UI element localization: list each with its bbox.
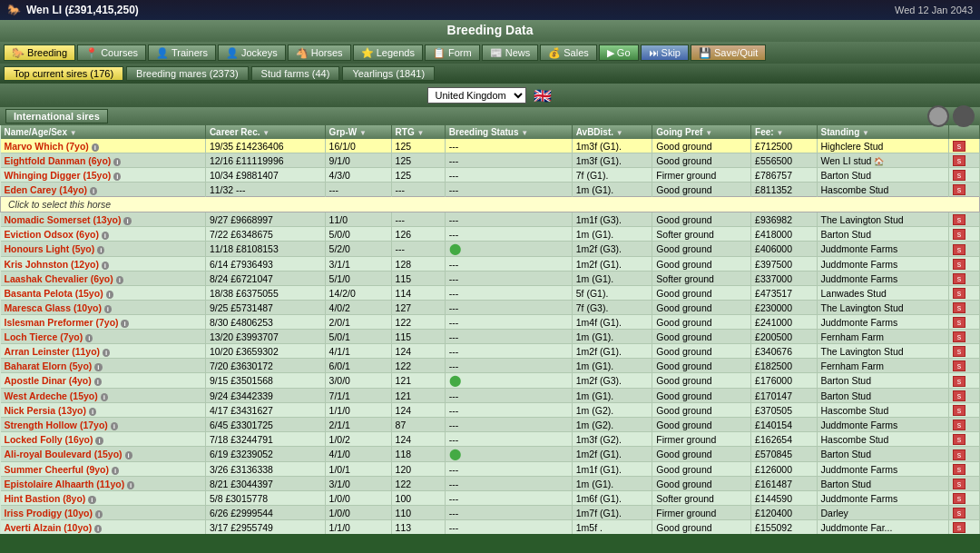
table-row[interactable]: Nick Persia (13yo) i4/17 £34316271/1/012… <box>1 403 980 418</box>
action-cell[interactable]: s <box>948 212 979 227</box>
table-row[interactable]: Basanta Pelota (15yo) i18/38 £637505514/… <box>1 286 980 301</box>
table-row[interactable]: Laashak Chevalier (6yo) i8/24 £67210475/… <box>1 272 980 286</box>
nav-form[interactable]: 📋 Form <box>425 44 480 61</box>
select-button[interactable]: s <box>953 390 966 401</box>
nav-jockeys[interactable]: 👤 Jockeys <box>218 44 286 61</box>
table-row[interactable]: Averti Alzain (10yo) i3/17 £29557491/1/0… <box>1 520 980 535</box>
info-icon[interactable]: i <box>102 262 109 270</box>
action-cell[interactable]: s <box>948 389 979 403</box>
nav-legends[interactable]: ⭐ Legends <box>353 44 423 61</box>
info-icon[interactable]: i <box>95 510 103 518</box>
table-row[interactable]: Islesman Preformer (7yo) i8/30 £48062532… <box>1 315 980 330</box>
info-icon[interactable]: i <box>103 349 110 357</box>
select-button[interactable]: s <box>953 405 966 416</box>
action-cell[interactable]: s <box>948 344 979 359</box>
col-name[interactable]: Name/Age/Sex ▼ <box>1 125 206 139</box>
select-button[interactable]: s <box>953 259 966 270</box>
info-icon[interactable]: i <box>123 217 131 225</box>
horse-name-cell[interactable]: Strength Hollow (17yo) i <box>1 418 206 432</box>
horse-name-cell[interactable]: Kris Johnston (12yo) i <box>1 257 206 272</box>
horse-name-cell[interactable]: Hint Bastion (8yo) i <box>1 491 206 506</box>
action-cell[interactable]: s <box>948 359 979 373</box>
horse-name-cell[interactable]: Whinging Digger (15yo) i <box>1 168 206 183</box>
action-cell[interactable]: s <box>948 462 979 477</box>
table-row[interactable]: Eden Carey (14yo) i11/32 ------------1m … <box>1 183 980 197</box>
info-icon[interactable]: i <box>94 525 102 533</box>
select-button[interactable]: s <box>953 288 966 299</box>
table-row[interactable]: Summer Cheerful (9yo) i3/26 £31363381/0/… <box>1 462 980 477</box>
international-sires-btn[interactable]: International sires <box>5 109 108 123</box>
table-row[interactable]: West Ardeche (15yo) i9/24 £34423397/1/11… <box>1 389 980 403</box>
table-row[interactable]: Marvo Which (7yo) i19/35 £1423640616/1/0… <box>1 139 980 153</box>
horse-name-cell[interactable]: Nomadic Somerset (13yo) i <box>1 212 206 227</box>
info-icon[interactable]: i <box>97 246 104 254</box>
action-cell[interactable]: s <box>948 520 979 535</box>
info-icon[interactable]: i <box>90 187 97 195</box>
table-row[interactable]: Eviction Odsox (6yo) i7/22 £63486755/0/0… <box>1 227 980 242</box>
horse-name-cell[interactable]: Maresca Glass (10yo) i <box>1 301 206 315</box>
horse-name-cell[interactable]: Eviction Odsox (6yo) i <box>1 227 206 242</box>
action-cell[interactable]: s <box>948 286 979 301</box>
horse-name-cell[interactable]: Nick Persia (13yo) i <box>1 403 206 418</box>
horse-name-cell[interactable]: Basanta Pelota (15yo) i <box>1 286 206 301</box>
horse-name-cell[interactable]: Arran Leinster (11yo) i <box>1 344 206 359</box>
info-icon[interactable]: i <box>104 305 112 313</box>
col-career[interactable]: Career Rec. ▼ <box>205 125 325 139</box>
info-icon[interactable]: i <box>92 143 99 152</box>
horse-name-cell[interactable]: Baharat Elorn (5yo) i <box>1 359 206 373</box>
col-standing[interactable]: Standing ▼ <box>817 125 948 139</box>
info-icon[interactable]: i <box>113 173 121 181</box>
select-button[interactable]: s <box>953 317 966 328</box>
info-icon[interactable]: i <box>127 481 134 489</box>
action-cell[interactable]: s <box>948 373 979 389</box>
select-button[interactable]: s <box>953 522 966 533</box>
table-row[interactable]: Ali-royal Boulevard (15yo) i6/19 £323905… <box>1 447 980 462</box>
select-button[interactable]: s <box>953 346 966 357</box>
action-cell[interactable]: s <box>948 403 979 418</box>
action-cell[interactable]: s <box>948 257 979 272</box>
table-row[interactable]: Maresca Glass (10yo) i9/25 £57314874/0/2… <box>1 301 980 315</box>
horse-name-cell[interactable]: Marvo Which (7yo) i <box>1 139 206 153</box>
info-icon[interactable]: i <box>85 334 93 342</box>
col-status[interactable]: Breeding Status ▼ <box>445 125 572 139</box>
action-cell[interactable]: s <box>948 418 979 432</box>
select-button[interactable]: s <box>953 420 966 430</box>
tab-yearlings[interactable]: Yearlings (1841) <box>342 66 435 81</box>
select-button[interactable]: s <box>953 214 966 225</box>
select-button[interactable]: s <box>953 302 966 313</box>
horse-name-cell[interactable]: Locked Folly (16yo) i <box>1 432 206 447</box>
select-button[interactable]: s <box>953 141 966 152</box>
info-icon[interactable]: i <box>116 276 123 284</box>
region-select[interactable]: United Kingdom Ireland France <box>427 87 526 104</box>
info-icon[interactable]: i <box>101 393 108 401</box>
table-row[interactable]: Eightfold Danman (6yo) i12/16 £111199969… <box>1 153 980 168</box>
action-cell[interactable]: s <box>948 183 979 197</box>
select-button[interactable]: s <box>953 464 966 475</box>
nav-horses[interactable]: 🐴 Horses <box>288 44 351 61</box>
action-cell[interactable]: s <box>948 477 979 491</box>
info-icon[interactable]: i <box>125 451 132 459</box>
info-icon[interactable]: i <box>112 467 119 475</box>
action-cell[interactable]: s <box>948 330 979 344</box>
nav-breeding[interactable]: 🐎 Breeding <box>4 44 75 61</box>
action-cell[interactable]: s <box>948 227 979 242</box>
select-button[interactable]: s <box>953 376 966 387</box>
horse-name-cell[interactable]: Apostle Dinar (4yo) i <box>1 373 206 389</box>
select-button[interactable]: s <box>953 331 966 342</box>
table-row[interactable]: Hint Bastion (8yo) i5/8 £30157781/0/0100… <box>1 491 980 506</box>
horse-name-cell[interactable]: Iriss Prodigy (10yo) i <box>1 506 206 520</box>
info-icon[interactable]: i <box>111 422 118 430</box>
table-row[interactable]: Arran Leinster (11yo) i10/20 £36593024/1… <box>1 344 980 359</box>
info-icon[interactable]: i <box>102 232 109 240</box>
table-row[interactable]: Iriss Prodigy (10yo) i6/26 £29995441/0/0… <box>1 506 980 520</box>
col-going[interactable]: Going Pref ▼ <box>652 125 751 139</box>
col-grpw[interactable]: Grp-W ▼ <box>325 125 391 139</box>
horse-table-container[interactable]: Name/Age/Sex ▼ Career Rec. ▼ Grp-W ▼ RTG… <box>0 125 980 534</box>
col-avbd[interactable]: AvBDist. ▼ <box>572 125 652 139</box>
select-button[interactable]: s <box>953 244 966 255</box>
select-button[interactable]: s <box>953 273 966 284</box>
horse-name-cell[interactable]: Islesman Preformer (7yo) i <box>1 315 206 330</box>
table-row[interactable]: Kris Johnston (12yo) i6/14 £79364933/1/1… <box>1 257 980 272</box>
col-rtg[interactable]: RTG ▼ <box>391 125 445 139</box>
select-button[interactable]: s <box>953 155 966 166</box>
